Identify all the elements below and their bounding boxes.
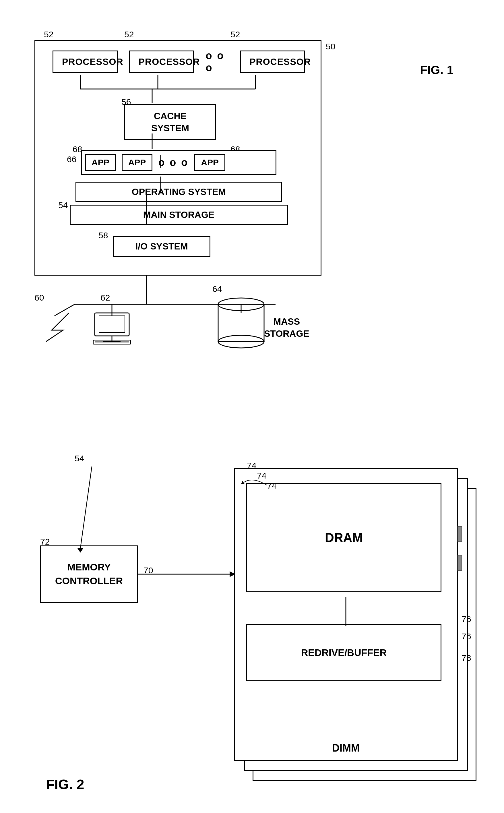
ref-66: 66 xyxy=(67,154,76,164)
app-2: APP xyxy=(122,154,153,171)
svg-rect-15 xyxy=(99,316,125,332)
computer-icon xyxy=(89,310,135,344)
ref-76a: 76 xyxy=(462,614,471,624)
os-box: OPERATING SYSTEM xyxy=(75,182,282,202)
ref-76b: 76 xyxy=(462,632,471,641)
system-box-50: 52 52 52 PROCESSOR PROCESSOR o o o PROCE… xyxy=(34,40,321,276)
page: FIG. 1 50 52 52 52 PROCESSOR PROCESSOR o… xyxy=(0,0,504,813)
fig1-label: FIG. 1 xyxy=(420,63,453,77)
ref-68a: 68 xyxy=(73,144,82,154)
processor-2: PROCESSOR xyxy=(129,51,194,73)
fig2-diagram: FIG. 2 54 72 MEMORYCONTROLLER 70 DRAM RE xyxy=(17,425,491,798)
ref-52a: 52 xyxy=(44,30,53,39)
dram-label: DRAM xyxy=(325,531,363,545)
dram-box: DRAM xyxy=(246,483,441,592)
ref-52c: 52 xyxy=(230,30,240,39)
redrive-box: REDRIVE/BUFFER xyxy=(246,624,441,681)
ref-64: 64 xyxy=(212,284,222,294)
cache-line2: SYSTEM xyxy=(151,123,189,133)
dots-2: o o o xyxy=(158,156,189,169)
svg-line-24 xyxy=(80,466,92,548)
mem-ctrl-line2: CONTROLLER xyxy=(55,575,123,586)
processor-3: PROCESSOR xyxy=(240,51,305,73)
lightning-bolt-icon xyxy=(34,310,86,344)
app-row: APP APP o o o APP xyxy=(85,154,273,171)
ref-62: 62 xyxy=(100,293,110,303)
fig2-label: FIG. 2 xyxy=(46,777,84,792)
ref-72: 72 xyxy=(40,537,50,547)
cache-line1: CACHE xyxy=(154,111,187,121)
ref-74b: 74 xyxy=(257,471,266,481)
app-3: APP xyxy=(194,154,225,171)
ref-74a: 74 xyxy=(247,461,256,471)
dimm-label: DIMM xyxy=(235,742,457,754)
connector-tab-2 xyxy=(458,555,462,571)
cache-system-box: CACHE SYSTEM xyxy=(124,104,216,140)
processor-row: PROCESSOR PROCESSOR o o o PROCESSOR xyxy=(53,50,305,74)
ref-54: 54 xyxy=(58,200,68,210)
memory-controller-box: MEMORYCONTROLLER xyxy=(40,545,138,603)
ref-74c: 74 xyxy=(267,481,276,491)
ref-50: 50 xyxy=(326,42,335,51)
ref-52b: 52 xyxy=(124,30,134,39)
mass-storage-label: MASS STORAGE xyxy=(264,316,309,340)
ref-60: 60 xyxy=(34,293,44,303)
fig1-diagram: FIG. 1 50 52 52 52 PROCESSOR PROCESSOR o… xyxy=(17,11,476,344)
redrive-label: REDRIVE/BUFFER xyxy=(301,647,387,658)
connector-tab-1 xyxy=(458,526,462,542)
ref-58: 58 xyxy=(98,231,108,240)
mem-ctrl-line1: MEMORY xyxy=(67,562,111,572)
svg-rect-21 xyxy=(218,304,264,342)
app-outer-box: APP APP o o o APP xyxy=(81,150,276,175)
dimm-card-1: DRAM REDRIVE/BUFFER DIMM xyxy=(234,468,458,761)
main-storage-box: MAIN STORAGE xyxy=(70,205,288,225)
mass-storage-cylinder xyxy=(212,296,270,353)
io-box: I/O SYSTEM xyxy=(113,236,210,257)
app-1: APP xyxy=(85,154,116,171)
ref-78: 78 xyxy=(462,653,471,663)
processor-1: PROCESSOR xyxy=(53,51,118,73)
ref-54-fig2: 54 xyxy=(75,454,84,463)
dots-1: o o o xyxy=(206,50,228,74)
ref-70: 70 xyxy=(144,566,153,575)
